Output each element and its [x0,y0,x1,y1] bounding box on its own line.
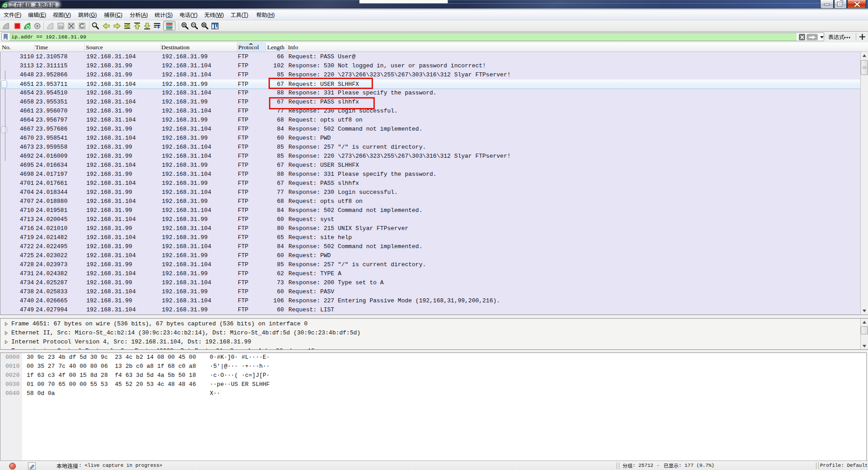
svg-text:010: 010 [59,26,63,28]
